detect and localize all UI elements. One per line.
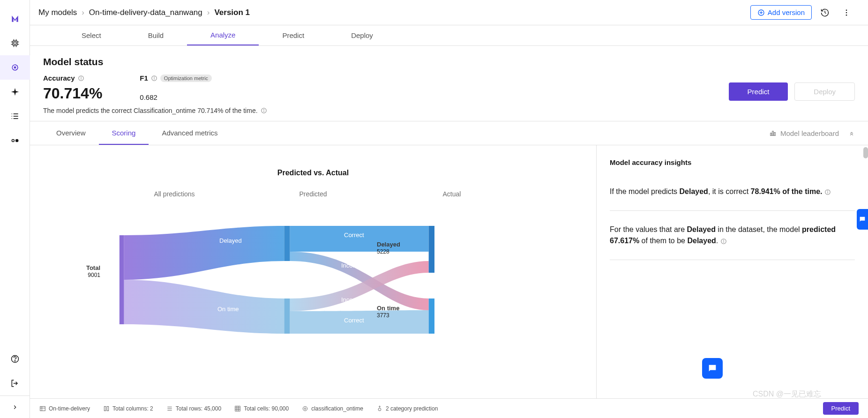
tab-analyze[interactable]: Analyze: [187, 25, 259, 45]
model-leaderboard-button[interactable]: Model leaderboard: [769, 121, 839, 145]
insights-title: Model accuracy insights: [610, 158, 855, 166]
info-icon[interactable]: [78, 75, 84, 82]
svg-point-51: [723, 240, 724, 240]
subtab-overview[interactable]: Overview: [43, 121, 99, 145]
total-value: 9001: [88, 272, 100, 278]
correct-label: Correct: [344, 317, 364, 324]
svg-rect-41: [120, 235, 124, 324]
svg-point-28: [846, 14, 847, 15]
chip-icon[interactable]: [0, 31, 30, 55]
model-status-section: Model status Accuracy 70.714% F1 Optimiz…: [30, 46, 868, 121]
incorrect-label: Incorrect: [341, 262, 365, 269]
accuracy-value: 70.714%: [43, 85, 102, 102]
actual-delayed-value: 5228: [377, 248, 389, 255]
side-chat-icon[interactable]: [857, 209, 868, 230]
prediction-type: 2 category prediction: [376, 405, 438, 412]
total-columns: Total columns: 2: [103, 405, 153, 412]
subtab-scoring[interactable]: Scoring: [99, 121, 149, 145]
svg-point-31: [81, 76, 81, 77]
dataset-name: On-time-delivery: [39, 405, 90, 412]
add-version-button[interactable]: Add version: [750, 5, 812, 20]
total-rows: Total rows: 45,000: [166, 405, 221, 412]
col-predicted: Predicted: [244, 190, 382, 198]
deploy-button[interactable]: Deploy: [794, 82, 855, 101]
breadcrumb-root[interactable]: My models: [38, 8, 77, 17]
f1-value: 0.682: [140, 93, 212, 101]
svg-point-27: [846, 12, 847, 13]
status-description: The model predicts the correct Classific…: [43, 107, 258, 114]
topbar: My models › On-time-delivery-data_nanwan…: [30, 0, 868, 25]
predict-button-bottom[interactable]: Predict: [823, 402, 859, 415]
star-icon[interactable]: [0, 80, 30, 104]
actual-ontime-label: On time: [377, 305, 399, 312]
col-actual: Actual: [382, 190, 521, 198]
chart-title: Predicted vs. Actual: [30, 169, 596, 177]
info-icon[interactable]: [261, 107, 267, 114]
svg-rect-38: [771, 133, 772, 135]
tab-predict[interactable]: Predict: [259, 25, 328, 45]
expand-icon[interactable]: [848, 121, 855, 145]
chart-pane: Predicted vs. Actual All predictions Pre…: [30, 145, 596, 398]
status-title: Model status: [43, 56, 855, 67]
bottom-bar: On-time-delivery Total columns: 2 Total …: [30, 398, 868, 418]
svg-point-18: [12, 140, 14, 142]
sankey-chart: Total9001 Delayed On time Correct Incorr…: [105, 216, 521, 343]
svg-rect-43: [284, 299, 290, 334]
svg-point-48: [828, 191, 828, 191]
svg-rect-44: [429, 226, 434, 273]
tab-select[interactable]: Select: [58, 25, 125, 45]
tab-deploy[interactable]: Deploy: [328, 25, 397, 45]
history-icon[interactable]: [816, 4, 833, 21]
main-tabs: Select Build Analyze Predict Deploy: [30, 25, 868, 46]
chat-fab[interactable]: [702, 358, 723, 379]
target-column: classification_ontime: [302, 405, 363, 412]
svg-rect-52: [40, 406, 45, 411]
correct-label: Correct: [344, 231, 364, 239]
collapse-icon[interactable]: [0, 396, 30, 418]
svg-point-21: [15, 361, 15, 361]
analyze-icon[interactable]: [0, 55, 30, 80]
svg-point-19: [15, 140, 18, 142]
chevron-icon: ›: [207, 8, 210, 17]
logo-icon[interactable]: [0, 7, 30, 31]
svg-point-37: [263, 109, 264, 110]
sub-tabs: Overview Scoring Advanced metrics Model …: [30, 121, 868, 145]
subtab-advanced[interactable]: Advanced metrics: [149, 121, 231, 145]
svg-point-26: [846, 9, 847, 11]
svg-rect-42: [284, 226, 290, 261]
svg-rect-56: [107, 406, 109, 411]
predicted-delayed: Delayed: [219, 237, 242, 244]
more-icon[interactable]: [838, 4, 855, 21]
actual-ontime-value: 3773: [377, 312, 389, 319]
logout-icon[interactable]: [0, 371, 30, 396]
svg-rect-1: [14, 42, 16, 45]
help-icon[interactable]: [0, 347, 30, 371]
tab-build[interactable]: Build: [125, 25, 187, 45]
insights-pane: Model accuracy insights If the model pre…: [596, 145, 868, 398]
breadcrumb-project[interactable]: On-time-delivery-data_nanwang: [89, 8, 202, 17]
svg-point-66: [304, 408, 306, 410]
svg-point-34: [154, 76, 154, 77]
svg-rect-45: [429, 299, 434, 334]
total-label: Total: [77, 264, 100, 271]
svg-rect-39: [772, 131, 774, 135]
total-cells: Total cells: 90,000: [234, 405, 289, 412]
insight-2: For the values that are Delayed in the d…: [610, 217, 855, 260]
f1-label: F1: [140, 74, 148, 82]
info-icon[interactable]: [151, 75, 157, 82]
toggle-icon[interactable]: [0, 128, 30, 153]
col-all-predictions: All predictions: [105, 190, 244, 198]
leaderboard-label: Model leaderboard: [780, 129, 839, 137]
accuracy-label: Accuracy: [43, 74, 75, 82]
svg-point-11: [14, 67, 15, 68]
info-icon[interactable]: [824, 189, 831, 195]
info-icon[interactable]: [720, 238, 727, 245]
predict-button[interactable]: Predict: [729, 82, 788, 101]
scrollbar[interactable]: [863, 147, 868, 158]
list-icon[interactable]: [0, 104, 30, 128]
actual-delayed-label: Delayed: [377, 241, 400, 248]
chevron-icon: ›: [82, 8, 84, 17]
breadcrumb-version[interactable]: Version 1: [214, 8, 250, 17]
svg-rect-55: [104, 406, 106, 411]
svg-point-67: [378, 408, 381, 411]
